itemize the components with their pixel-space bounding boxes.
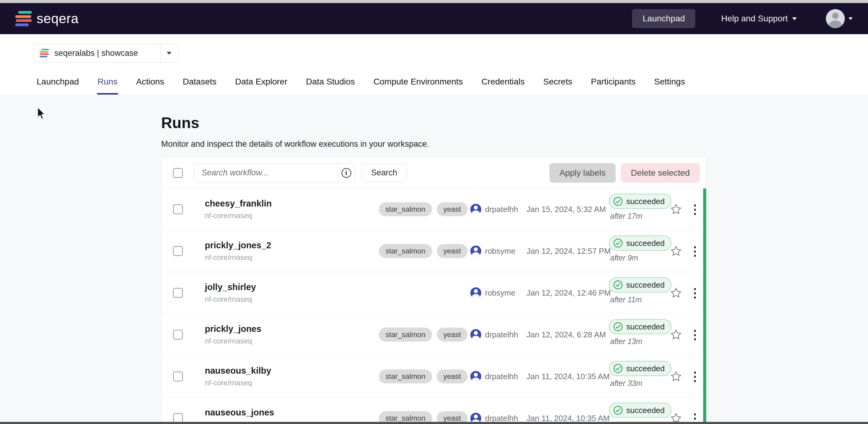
delete-selected-button[interactable]: Delete selected (621, 163, 700, 183)
star-icon[interactable] (670, 328, 682, 341)
run-date: Jan 12, 2024, 6:28 AM (526, 330, 606, 339)
tab-actions[interactable]: Actions (135, 77, 165, 95)
kebab-menu-icon[interactable]: ⋮ (689, 246, 701, 257)
search-input[interactable] (194, 163, 338, 183)
tab-datasets[interactable]: Datasets (182, 77, 217, 95)
status-label: succeeded (626, 238, 665, 248)
label-pill[interactable]: star_salmon (379, 369, 432, 384)
run-duration: after 33m (610, 379, 672, 388)
star-icon[interactable] (670, 245, 682, 257)
run-user-cell: drpatelhh (470, 329, 518, 340)
launchpad-button[interactable]: Launchpad (632, 9, 695, 28)
tab-credentials[interactable]: Credentials (481, 77, 525, 95)
run-status-cell: succeeded after 9m (609, 235, 672, 262)
search-button[interactable]: Search (362, 164, 407, 182)
kebab-menu-icon[interactable]: ⋮ (689, 204, 701, 215)
user-menu[interactable] (826, 9, 853, 28)
run-row: nauseous_kilby nf-core/rnaseq star_salmo… (161, 356, 706, 397)
run-duration: after 11m (610, 295, 672, 304)
run-duration: after 9m (610, 254, 672, 262)
status-badge: succeeded (609, 361, 672, 376)
brand-name: seqera (37, 11, 79, 26)
run-user-name: robsyme (485, 247, 516, 256)
run-name-link[interactable]: nauseous_jones (205, 407, 274, 418)
label-pill[interactable]: yeast (437, 244, 468, 258)
run-name-link[interactable]: prickly_jones_2 (205, 240, 271, 251)
chevron-down-icon (792, 18, 797, 20)
seqera-logo-icon (15, 11, 32, 26)
row-checkbox[interactable] (173, 371, 183, 381)
avatar-icon (826, 9, 845, 28)
apply-labels-button[interactable]: Apply labels (549, 163, 616, 183)
status-badge: succeeded (609, 277, 672, 293)
run-user-name: drpatelhh (485, 205, 518, 214)
workspace-selector[interactable]: seqeralabs | showcase (33, 44, 178, 63)
kebab-menu-icon[interactable]: ⋮ (689, 371, 701, 382)
run-labels: star_salmonyeast (379, 369, 468, 384)
kebab-menu-icon[interactable]: ⋮ (689, 287, 701, 298)
run-pipeline: nf-core/rnaseq (205, 211, 272, 220)
label-pill[interactable]: star_salmon (379, 244, 432, 258)
star-icon[interactable] (670, 203, 682, 215)
search-info-button[interactable]: i (338, 163, 355, 183)
star-icon[interactable] (670, 370, 682, 383)
tab-participants[interactable]: Participants (590, 77, 636, 95)
run-name-block: prickly_jones nf-core/rnaseq (205, 324, 261, 345)
label-pill[interactable]: yeast (437, 202, 468, 216)
user-icon (470, 329, 481, 340)
select-all-checkbox[interactable] (173, 168, 183, 178)
run-status-cell: succeeded after 11m (609, 277, 672, 304)
top-navbar: seqera Launchpad Help and Support (0, 3, 868, 34)
tab-compute-environments[interactable]: Compute Environments (373, 77, 464, 95)
row-checkbox[interactable] (173, 204, 183, 214)
run-user-name: drpatelhh (485, 372, 518, 381)
search-input-group: i (194, 163, 355, 183)
status-label: succeeded (626, 405, 665, 415)
tab-data-explorer[interactable]: Data Explorer (235, 77, 288, 95)
row-checkbox[interactable] (173, 246, 183, 256)
run-date: Jan 15, 2024, 5:32 AM (526, 205, 606, 214)
run-row: prickly_jones nf-core/rnaseq star_salmon… (161, 314, 706, 356)
label-pill[interactable]: star_salmon (379, 202, 432, 216)
kebab-menu-icon[interactable]: ⋮ (689, 329, 701, 340)
row-checkbox[interactable] (173, 330, 183, 339)
tab-runs[interactable]: Runs (97, 77, 118, 95)
user-icon (470, 246, 481, 257)
tab-secrets[interactable]: Secrets (542, 77, 573, 95)
run-status-cell: succeeded after 13m (609, 319, 672, 346)
status-label: succeeded (626, 280, 665, 290)
tab-launchpad[interactable]: Launchpad (36, 77, 80, 95)
run-name-link[interactable]: nauseous_kilby (205, 366, 271, 376)
row-checkbox[interactable] (173, 288, 183, 298)
workspace-selector-toggle[interactable] (160, 52, 178, 55)
label-pill[interactable]: yeast (437, 328, 468, 341)
run-date: Jan 11, 2024, 10:35 AM (526, 414, 610, 423)
run-name-block: nauseous_kilby nf-core/rnaseq (205, 366, 271, 387)
run-user-cell: drpatelhh (470, 371, 518, 382)
run-user-name: drpatelhh (485, 330, 518, 339)
tab-settings[interactable]: Settings (653, 77, 685, 95)
tab-data-studios[interactable]: Data Studios (305, 77, 355, 95)
star-icon[interactable] (670, 287, 682, 299)
label-pill[interactable]: yeast (437, 369, 468, 384)
runs-card: i Search Apply labels Delete selected ch… (161, 157, 706, 424)
run-name-block: prickly_jones_2 nf-core/rnaseq (205, 240, 271, 262)
run-row: jolly_shirley nf-core/rnaseq robsyme Jan… (161, 272, 706, 314)
run-status-cell: succeeded after 17m (609, 194, 672, 221)
info-icon: i (342, 168, 351, 178)
chevron-down-icon (167, 52, 172, 55)
run-name-link[interactable]: jolly_shirley (205, 282, 256, 292)
run-name-link[interactable]: prickly_jones (205, 324, 261, 334)
help-and-support-label: Help and Support (721, 14, 788, 24)
label-pill[interactable]: star_salmon (379, 328, 432, 341)
run-labels: star_salmonyeast (379, 244, 468, 258)
run-row: cheesy_franklin nf-core/rnaseq star_salm… (161, 189, 706, 230)
check-circle-icon (613, 280, 623, 290)
run-duration: after 13m (610, 337, 672, 346)
help-and-support-menu[interactable]: Help and Support (721, 14, 797, 24)
run-pipeline: nf-core/rnaseq (205, 337, 261, 345)
card-green-accent-bar (703, 189, 706, 424)
run-date: Jan 12, 2024, 12:46 PM (526, 288, 611, 298)
status-badge: succeeded (609, 319, 672, 334)
run-name-link[interactable]: cheesy_franklin (205, 199, 272, 209)
